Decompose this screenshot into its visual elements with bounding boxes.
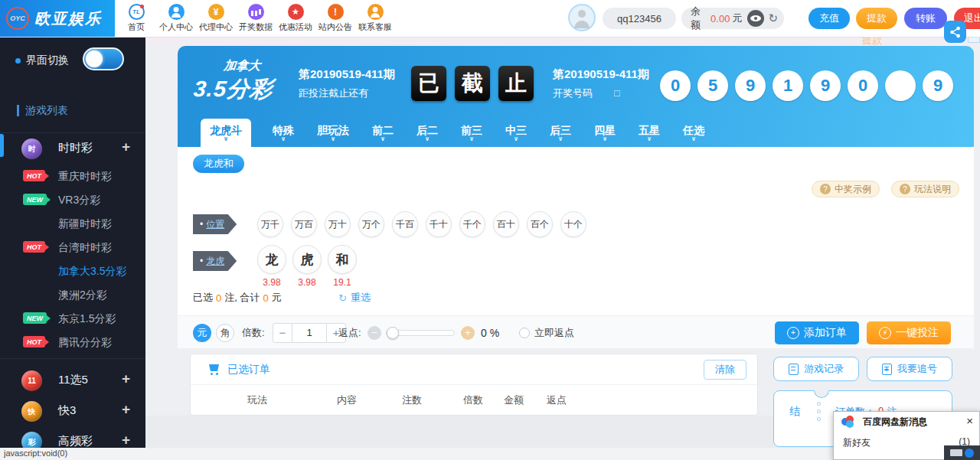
subtab-longhuhe[interactable]: 龙虎和 bbox=[193, 155, 244, 173]
tab-danwanfa[interactable]: 胆玩法∨ bbox=[315, 119, 351, 147]
share-link-icon[interactable] bbox=[944, 21, 966, 43]
refresh-icon[interactable]: ↻ bbox=[766, 11, 779, 25]
draw-label-text: 开奖号码 bbox=[553, 87, 593, 99]
nav-promotions[interactable]: ★ 优惠活动 bbox=[276, 0, 315, 37]
recharge-button[interactable]: 充值 bbox=[808, 8, 850, 29]
rebate-slider[interactable] bbox=[386, 316, 455, 349]
tab-sixing[interactable]: 四星∨ bbox=[593, 119, 617, 147]
nav-personal-center[interactable]: 个人中心 bbox=[156, 0, 196, 37]
transfer-button[interactable]: 转账 bbox=[904, 8, 947, 29]
position-option[interactable]: 万十 bbox=[325, 211, 351, 237]
unit-yuan-toggle[interactable]: 元 bbox=[193, 316, 211, 349]
tab-hou2[interactable]: 后二∨ bbox=[415, 119, 439, 147]
item-label: 澳洲2分彩 bbox=[58, 289, 107, 302]
position-option[interactable]: 千百 bbox=[392, 211, 418, 237]
position-option[interactable]: 千个 bbox=[459, 211, 485, 237]
countdown-closed-tiles: 已 截 止 bbox=[411, 66, 534, 101]
sidebar-item-tokyo15[interactable]: NEW 东京1.5分彩 bbox=[0, 306, 145, 330]
taskbar-thumbnail[interactable] bbox=[944, 445, 980, 460]
eye-icon[interactable] bbox=[747, 10, 764, 27]
question-icon: ? bbox=[820, 184, 831, 194]
orders-header: 已选订单 清除 bbox=[191, 354, 757, 385]
chase-number-button[interactable]: 我要追号 bbox=[867, 357, 952, 381]
sidebar-group-11x5[interactable]: 11 11选5 + bbox=[0, 365, 145, 396]
clear-button[interactable]: 清除 bbox=[704, 360, 746, 380]
position-option[interactable]: 万个 bbox=[358, 211, 384, 237]
rebate-plus-button[interactable]: + bbox=[461, 326, 475, 340]
sidebar-group-ssc[interactable]: 时 时时彩 + bbox=[0, 133, 145, 164]
position-option[interactable]: 百个 bbox=[527, 211, 553, 237]
game-records-button[interactable]: 游戏记录 bbox=[773, 357, 859, 381]
expand-plus-icon[interactable]: + bbox=[122, 401, 130, 418]
tab-zhong3[interactable]: 中三∨ bbox=[504, 119, 528, 147]
sidebar-item-australia2[interactable]: 澳洲2分彩 bbox=[0, 282, 145, 306]
settle-char: 结 bbox=[789, 405, 800, 419]
ui-switch-toggle[interactable] bbox=[83, 47, 124, 70]
sidebar-item-canada35-active[interactable]: 加拿大3.5分彩 bbox=[0, 259, 145, 282]
tab-qian2[interactable]: 前二∨ bbox=[371, 119, 395, 147]
nav-agent-center[interactable]: ¥ 代理中心 bbox=[196, 0, 236, 37]
sidebar-item-vr3[interactable]: NEW VR3分彩 bbox=[0, 188, 145, 211]
site-logo[interactable]: OYC 欧亚娱乐 bbox=[0, 0, 115, 37]
nav-lottery-data[interactable]: 开奖数据 bbox=[236, 0, 276, 37]
sidebar-item-xinjiang[interactable]: 新疆时时彩 bbox=[0, 211, 145, 235]
position-option[interactable]: 千十 bbox=[426, 211, 452, 237]
game-banner: 加拿大 3.5分彩 第20190519-411期 距投注截止还有 已 截 止 第… bbox=[178, 46, 974, 147]
quick-bet-button[interactable]: ⚡ 一键投注 bbox=[867, 321, 951, 344]
nav-home[interactable]: TL 首页 bbox=[116, 0, 156, 37]
tab-wuxing[interactable]: 五星∨ bbox=[637, 119, 662, 147]
bet-option-tie[interactable]: 和 bbox=[328, 245, 357, 274]
toggle-knob bbox=[86, 51, 103, 67]
position-option[interactable]: 十个 bbox=[560, 211, 586, 237]
bet-option-tiger[interactable]: 虎 bbox=[292, 245, 322, 274]
slider-track[interactable] bbox=[386, 330, 455, 336]
unit-jiao-toggle[interactable]: 角 bbox=[216, 316, 234, 349]
sidebar-group-k3[interactable]: 快 快3 + bbox=[0, 396, 145, 426]
section-bar bbox=[17, 105, 19, 116]
withdraw-button[interactable]: 提款 bbox=[856, 8, 897, 29]
odds-value: 3.98 bbox=[263, 277, 280, 288]
expand-plus-icon[interactable]: + bbox=[122, 432, 130, 448]
nav-announcements[interactable]: ! 站内公告 bbox=[315, 0, 355, 37]
expand-plus-icon[interactable]: + bbox=[122, 370, 130, 387]
tab-label: 胆玩法 bbox=[317, 125, 349, 136]
main-nav: TL 首页 个人中心 ¥ 代理中心 开奖数据 ★ 优惠活动 ! 站内公告 bbox=[116, 0, 395, 37]
close-icon[interactable]: × bbox=[966, 415, 973, 426]
tab-renxuan[interactable]: 任选∨ bbox=[681, 119, 706, 147]
tab-hou3[interactable]: 后三∨ bbox=[548, 119, 573, 147]
position-option[interactable]: 百十 bbox=[493, 211, 519, 237]
play-instructions-link[interactable]: ? 玩法说明 bbox=[891, 181, 959, 197]
username-pill[interactable]: qq123456 bbox=[603, 8, 676, 29]
tab-qian3[interactable]: 前三∨ bbox=[459, 119, 484, 147]
orders-title: 已选订单 bbox=[227, 363, 270, 377]
expand-plus-icon[interactable]: + bbox=[122, 139, 130, 155]
gaopin-ball-icon: 彩 bbox=[21, 432, 42, 448]
add-order-button[interactable]: + 添加订单 bbox=[775, 321, 859, 344]
star-icon: ★ bbox=[288, 4, 304, 20]
minus-button[interactable]: − bbox=[273, 323, 292, 343]
draw-issue-number: 第20190519-411期 bbox=[553, 67, 649, 82]
rebate-minus-button[interactable]: − bbox=[368, 326, 381, 340]
avatar[interactable] bbox=[568, 4, 596, 31]
game-list-header: 游戏列表 bbox=[0, 98, 145, 133]
sidebar-group-gaopin[interactable]: 彩 高频彩 + bbox=[0, 426, 145, 448]
tab-teshu[interactable]: 特殊∨ bbox=[271, 119, 296, 147]
sidebar: 界面切换 游戏列表 时 时时彩 + HOT 重庆时时彩 NEW VR3分彩 bbox=[0, 37, 145, 448]
winning-example-link[interactable]: ? 中奖示例 bbox=[812, 181, 880, 197]
position-option[interactable]: 万千 bbox=[257, 211, 283, 237]
dragon-tiger-options: 龙 3.98 虎 3.98 和 19.1 bbox=[257, 245, 357, 288]
cart-icon bbox=[207, 364, 221, 375]
multiplier-input[interactable] bbox=[292, 323, 326, 343]
slider-knob[interactable] bbox=[387, 327, 399, 339]
instant-rebate-option[interactable]: 立即返点 bbox=[519, 316, 574, 349]
bet-option-dragon[interactable]: 龙 bbox=[257, 245, 286, 274]
sidebar-item-tencent[interactable]: HOT 腾讯分分彩 bbox=[0, 330, 145, 354]
reselect-link[interactable]: ↻ 重选 bbox=[337, 291, 371, 305]
nav-customer-service[interactable]: 联系客服 bbox=[355, 0, 395, 37]
tab-longhudou[interactable]: 龙虎斗∨ bbox=[201, 119, 251, 147]
ssc-sublist: HOT 重庆时时彩 NEW VR3分彩 新疆时时彩 HOT 台湾时时彩 加拿大3… bbox=[0, 164, 145, 354]
nav-agent-label: 代理中心 bbox=[199, 21, 233, 33]
sidebar-item-taiwan[interactable]: HOT 台湾时时彩 bbox=[0, 235, 145, 259]
sidebar-item-chongqing[interactable]: HOT 重庆时时彩 bbox=[0, 164, 145, 188]
position-option[interactable]: 万百 bbox=[291, 211, 317, 237]
